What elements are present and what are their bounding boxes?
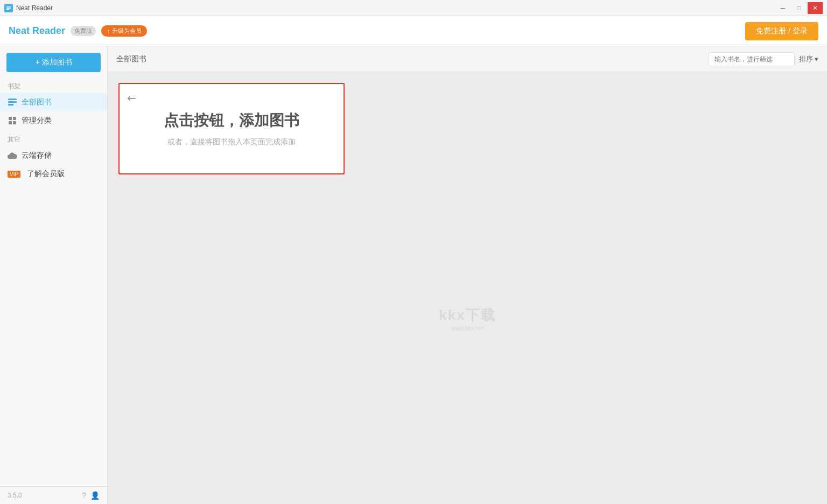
content-page-title: 全部图书 xyxy=(116,54,146,64)
title-bar-left: Neat Reader xyxy=(4,4,53,12)
search-input[interactable] xyxy=(709,52,795,66)
svg-rect-10 xyxy=(13,121,16,124)
maximize-button[interactable]: □ xyxy=(791,2,807,14)
sidebar-item-all-books[interactable]: 全部图书 xyxy=(0,93,107,111)
svg-rect-8 xyxy=(13,117,16,120)
empty-main-text: 点击按钮，添加图书 xyxy=(164,110,299,131)
empty-sub-text: 或者，直接将图书拖入本页面完成添加 xyxy=(167,137,296,147)
svg-rect-3 xyxy=(6,9,9,10)
help-button[interactable]: ? xyxy=(82,491,86,500)
sidebar-section-other: 其它 xyxy=(0,130,107,146)
sidebar-item-manage-category[interactable]: 管理分类 xyxy=(0,111,107,130)
title-bar-controls: ─ □ ✕ xyxy=(775,2,823,14)
svg-rect-4 xyxy=(8,99,17,100)
badge-free: 免费版 xyxy=(71,26,96,36)
vip-badge: VIP xyxy=(8,171,20,178)
svg-rect-9 xyxy=(9,121,12,124)
content-area: 全部图书 排序 ▾ ↖ 点击按钮，添加图书 或者，直接将图书拖入本页面完成添加 … xyxy=(108,46,827,504)
sidebar-footer: 3.5.0 ? 👤 xyxy=(0,486,107,504)
sort-label: 排序 xyxy=(799,54,813,64)
badge-upgrade-label: 升级为会员 xyxy=(112,27,142,35)
empty-card: ↖ 点击按钮，添加图书 或者，直接将图书拖入本页面完成添加 xyxy=(118,83,345,174)
toolbar-right: 排序 ▾ xyxy=(709,52,818,66)
watermark: kkx下载 www.kkx.net xyxy=(439,306,495,331)
register-button[interactable]: 免费注册 / 登录 xyxy=(745,22,818,40)
manage-category-label: 管理分类 xyxy=(22,116,52,125)
minimize-button[interactable]: ─ xyxy=(775,2,790,14)
svg-rect-1 xyxy=(6,6,11,8)
arrow-icon: ↖ xyxy=(124,90,139,106)
svg-rect-2 xyxy=(6,8,11,9)
svg-rect-5 xyxy=(8,101,17,103)
badge-upgrade[interactable]: ↑ 升级为会员 xyxy=(101,25,147,37)
footer-icons: ? 👤 xyxy=(82,491,100,500)
all-books-label: 全部图书 xyxy=(22,97,52,107)
cloud-icon xyxy=(8,152,17,159)
sidebar: + 添加图书 书架 全部图书 管理分类 其它 云端存储 VIP 了解会员版 xyxy=(0,46,108,504)
header-bar: Neat Reader 免费版 ↑ 升级为会员 免费注册 / 登录 xyxy=(0,16,827,46)
close-button[interactable]: ✕ xyxy=(808,2,823,14)
content-main: ↖ 点击按钮，添加图书 或者，直接将图书拖入本页面完成添加 kkx下载 www.… xyxy=(108,72,827,504)
content-toolbar: 全部图书 排序 ▾ xyxy=(108,46,827,72)
user-button[interactable]: 👤 xyxy=(90,491,100,500)
svg-rect-6 xyxy=(8,104,13,106)
chevron-down-icon: ▾ xyxy=(815,55,818,63)
version-label: 3.5.0 xyxy=(8,492,22,499)
title-bar-text: Neat Reader xyxy=(16,4,53,12)
sidebar-item-vip[interactable]: VIP 了解会员版 xyxy=(0,165,107,183)
title-bar: Neat Reader ─ □ ✕ xyxy=(0,0,827,16)
header-left: Neat Reader 免费版 ↑ 升级为会员 xyxy=(9,25,147,37)
app-title: Neat Reader xyxy=(9,25,65,37)
main-layout: + 添加图书 书架 全部图书 管理分类 其它 云端存储 VIP 了解会员版 xyxy=(0,46,827,504)
watermark-logo: kkx下载 xyxy=(439,306,495,325)
sidebar-item-cloud-storage[interactable]: 云端存储 xyxy=(0,146,107,165)
vip-label: 了解会员版 xyxy=(27,169,65,179)
add-book-button[interactable]: + 添加图书 xyxy=(6,53,101,72)
app-icon xyxy=(4,4,13,12)
watermark-url: www.kkx.net xyxy=(439,325,495,331)
sort-button[interactable]: 排序 ▾ xyxy=(799,54,818,64)
all-books-icon xyxy=(8,99,17,106)
add-category-icon xyxy=(8,117,17,124)
cloud-storage-label: 云端存储 xyxy=(22,151,52,160)
sidebar-section-shelf: 书架 xyxy=(0,79,107,93)
upgrade-arrow-icon: ↑ xyxy=(107,27,110,35)
svg-rect-7 xyxy=(9,117,12,120)
